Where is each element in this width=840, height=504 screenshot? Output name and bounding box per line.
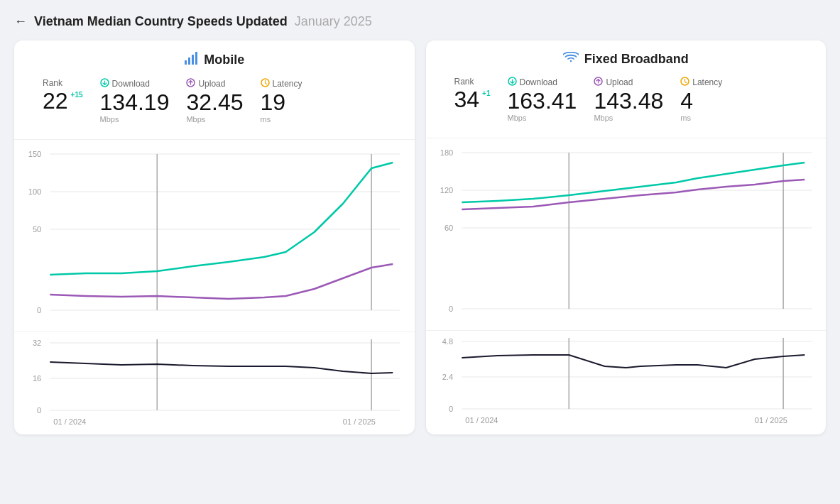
broadband-stats: Rank 34 +1 Download 163.41 Mbps — [440, 77, 812, 131]
mobile-stats: Rank 22 +15 Download 134.19 Mbps — [28, 78, 400, 132]
svg-text:120: 120 — [440, 186, 452, 195]
mobile-latency-value: 19 — [261, 91, 286, 114]
mobile-download-unit: Mbps — [100, 115, 119, 124]
broadband-download-label: Download — [508, 77, 557, 88]
mobile-title-text: Mobile — [204, 53, 244, 67]
broadband-download-unit: Mbps — [508, 114, 527, 122]
mobile-latency-unit: ms — [261, 115, 271, 124]
svg-text:0: 0 — [449, 305, 453, 313]
svg-text:01 / 2025: 01 / 2025 — [754, 416, 787, 424]
broadband-speed-chart: 180 120 60 0 — [426, 138, 827, 330]
broadband-upload-unit: Mbps — [594, 114, 613, 122]
mobile-upload: Upload 32.45 Mbps — [186, 78, 243, 124]
broadband-rank-badge: +1 — [482, 89, 490, 97]
mobile-panel-title: Mobile — [28, 52, 400, 68]
panels-row: Mobile Rank 22 +15 Download 134.19 M — [14, 40, 826, 434]
svg-text:100: 100 — [28, 187, 41, 196]
mobile-icon — [184, 52, 198, 68]
page-title-date: January 2025 — [295, 14, 372, 29]
broadband-panel: Fixed Broadband Rank 34 +1 Download 163.… — [426, 40, 827, 434]
svg-rect-3 — [195, 52, 197, 65]
broadband-latency-chart: 4.8 2.4 0 01 / 2024 01 / 2025 — [426, 330, 827, 433]
svg-text:60: 60 — [444, 224, 452, 232]
svg-text:32: 32 — [33, 339, 41, 347]
mobile-panel-header: Mobile Rank 22 +15 Download 134.19 M — [14, 40, 415, 139]
mobile-latency: Latency 19 ms — [261, 78, 302, 124]
mobile-latency-label: Latency — [261, 78, 302, 89]
broadband-title-text: Fixed Broadband — [584, 52, 689, 67]
bb-upload-icon — [594, 77, 603, 88]
broadband-upload: Upload 143.48 Mbps — [594, 77, 663, 122]
svg-text:16: 16 — [33, 374, 41, 383]
broadband-rank-label: Rank — [454, 77, 474, 87]
broadband-latency: Latency 4 ms — [680, 77, 722, 122]
broadband-panel-header: Fixed Broadband Rank 34 +1 Download 163.… — [426, 40, 827, 138]
svg-text:01 / 2025: 01 / 2025 — [343, 417, 376, 426]
svg-rect-1 — [188, 57, 190, 65]
bb-latency-icon — [680, 77, 689, 88]
broadband-panel-title: Fixed Broadband — [440, 52, 812, 67]
mobile-speed-chart: 150 100 50 0 — [14, 139, 415, 332]
svg-text:01 / 2024: 01 / 2024 — [465, 416, 498, 424]
mobile-rank: Rank 22 +15 — [43, 78, 83, 112]
mobile-download-label: Download — [100, 78, 150, 89]
svg-text:2.4: 2.4 — [442, 373, 452, 381]
page-title-main: Vietnam Median Country Speeds Updated — [34, 14, 288, 29]
mobile-upload-unit: Mbps — [186, 115, 205, 124]
wifi-icon — [563, 52, 579, 67]
broadband-rank: Rank 34 +1 — [454, 77, 491, 111]
svg-rect-0 — [185, 60, 187, 65]
back-button[interactable]: ← — [14, 14, 27, 29]
svg-text:180: 180 — [440, 148, 452, 157]
latency-icon — [261, 78, 270, 89]
mobile-download-value: 134.19 — [100, 91, 170, 114]
svg-text:4.8: 4.8 — [442, 337, 452, 346]
svg-text:150: 150 — [28, 150, 41, 158]
broadband-rank-value: 34 — [454, 88, 480, 111]
broadband-download: Download 163.41 Mbps — [508, 77, 577, 122]
svg-text:0: 0 — [449, 405, 453, 413]
broadband-latency-unit: ms — [680, 114, 691, 122]
broadband-latency-value: 4 — [680, 89, 693, 112]
mobile-upload-value: 32.45 — [186, 91, 243, 114]
broadband-upload-value: 143.48 — [594, 89, 663, 112]
svg-text:0: 0 — [37, 306, 41, 314]
mobile-rank-value: 22 — [43, 89, 68, 112]
broadband-download-value: 163.41 — [508, 89, 577, 112]
page-header: ← Vietnam Median Country Speeds Updated … — [14, 14, 826, 29]
svg-rect-2 — [192, 55, 194, 65]
mobile-upload-label: Upload — [186, 78, 225, 89]
broadband-latency-label: Latency — [680, 77, 722, 88]
mobile-rank-label: Rank — [43, 78, 62, 88]
svg-text:01 / 2024: 01 / 2024 — [53, 417, 86, 426]
mobile-download: Download 134.19 Mbps — [100, 78, 170, 124]
bb-download-icon — [508, 77, 517, 88]
svg-text:0: 0 — [37, 406, 41, 415]
svg-text:50: 50 — [33, 225, 41, 234]
mobile-rank-badge: +15 — [71, 91, 83, 99]
broadband-upload-label: Upload — [594, 77, 633, 88]
mobile-latency-chart: 32 16 0 01 / 2024 01 / 2025 — [14, 332, 415, 434]
mobile-panel: Mobile Rank 22 +15 Download 134.19 M — [14, 40, 415, 434]
upload-icon — [186, 78, 195, 89]
download-icon — [100, 78, 109, 89]
